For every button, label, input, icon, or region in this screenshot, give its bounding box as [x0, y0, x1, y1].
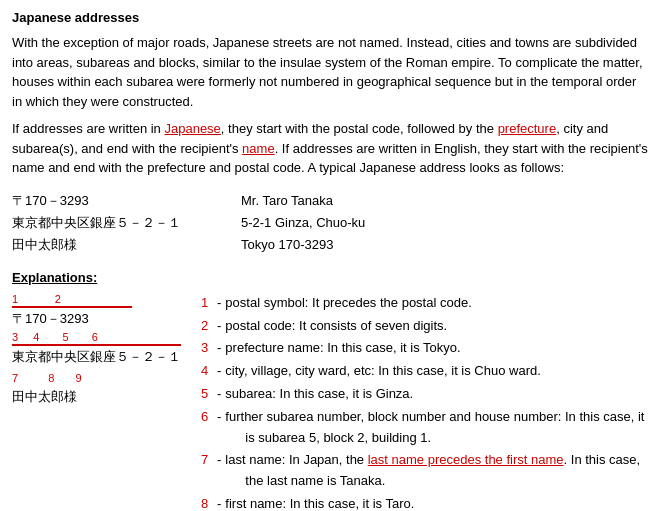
japanese-address: 〒170－3293 東京都中央区銀座５－２－１ 田中太郎様 — [12, 190, 181, 256]
intro-paragraph-1: With the exception of major roads, Japan… — [12, 33, 650, 111]
right-explanations: 1 - postal symbol: It precedes the posta… — [201, 293, 650, 511]
diag-num7: 7 — [12, 372, 24, 384]
english-address: Mr. Taro Tanaka 5-2-1 Ginza, Chuo-ku Tok… — [241, 190, 365, 256]
exp-text-8: first name: In this case, it is Taro. — [225, 494, 650, 511]
exp-text-2: postal code: It consists of seven digits… — [225, 316, 650, 337]
diag-postal-line: 〒170－3293 — [12, 306, 132, 330]
diag-num4: 4 — [33, 331, 39, 343]
exp-dash-8: - — [217, 494, 221, 511]
exp-dash-5: - — [217, 384, 221, 405]
diag-name-text: 田中太郎様 — [12, 389, 77, 404]
diag-nums-row2: 3 4 5 6 — [12, 331, 181, 344]
en-line2: 5-2-1 Ginza, Chuo-ku — [241, 212, 365, 234]
exp-item-1: 1 - postal symbol: It precedes the posta… — [201, 293, 650, 314]
intro2-part2: , they start with the postal code, follo… — [221, 121, 498, 136]
exp-text-7: last name: In Japan, the last name prece… — [225, 450, 650, 492]
diag-addr-line: 東京都中央区銀座５－２－１ — [12, 344, 181, 368]
diag-num5: 5 — [62, 331, 68, 343]
exp-num-3: 3 — [201, 338, 217, 359]
exp-item-3: 3 - prefecture name: In this case, it is… — [201, 338, 650, 359]
exp-num-8: 8 — [201, 494, 217, 511]
last-name-first-name-link[interactable]: last name precedes the first name — [368, 452, 564, 467]
japanese-link-1[interactable]: Japanese — [164, 121, 220, 136]
diag-addr-text: 東京都中央区銀座５－２－１ — [12, 349, 181, 364]
diag-num2: 2 — [55, 293, 61, 305]
exp-text-3: prefecture name: In this case, it is Tok… — [225, 338, 650, 359]
exp-num-6: 6 — [201, 407, 217, 449]
exp-item-6: 6 - further subarea number, block number… — [201, 407, 650, 449]
explanations-label: Explanations: — [12, 270, 650, 285]
diag-nums-row3: 7 8 9 — [12, 372, 181, 385]
diag-name-line: 田中太郎様 — [12, 386, 181, 408]
exp-item-4: 4 - city, village, city ward, etc: In th… — [201, 361, 650, 382]
exp-dash-1: - — [217, 293, 221, 314]
exp-item-5: 5 - subarea: In this case, it is Ginza. — [201, 384, 650, 405]
exp-text-6: further subarea number, block number and… — [225, 407, 650, 449]
diag-num9: 9 — [75, 372, 87, 384]
exp-item-2: 2 - postal code: It consists of seven di… — [201, 316, 650, 337]
diag-num6: 6 — [92, 331, 98, 343]
exp-text-4: city, village, city ward, etc: In this c… — [225, 361, 650, 382]
prefecture-link[interactable]: prefecture — [498, 121, 557, 136]
diag-num3: 3 — [12, 331, 18, 343]
exp-num-2: 2 — [201, 316, 217, 337]
en-line3: Tokyo 170-3293 — [241, 234, 365, 256]
page-title: Japanese addresses — [12, 10, 650, 25]
exp-dash-4: - — [217, 361, 221, 382]
exp-dash-6: - — [217, 407, 221, 449]
exp-text-1: postal symbol: It precedes the postal co… — [225, 293, 650, 314]
intro2-part1: If addresses are written in — [12, 121, 164, 136]
jp-line3: 田中太郎様 — [12, 234, 181, 256]
left-diagram: 1 2 〒170－3293 3 4 5 6 東京都中央区銀座５－２－１ 7 8 … — [12, 293, 181, 511]
diag-num8: 8 — [48, 372, 60, 384]
exp-text-7-cont: the last name is Tanaka. — [245, 471, 650, 492]
en-line1: Mr. Taro Tanaka — [241, 190, 365, 212]
exp-dash-2: - — [217, 316, 221, 337]
exp-text-5: subarea: In this case, it is Ginza. — [225, 384, 650, 405]
exp-item-7: 7 - last name: In Japan, the last name p… — [201, 450, 650, 492]
explanations-grid: 1 2 〒170－3293 3 4 5 6 東京都中央区銀座５－２－１ 7 8 … — [12, 293, 650, 511]
diag-nums-row1: 1 2 — [12, 293, 181, 306]
exp-item-8: 8 - first name: In this case, it is Taro… — [201, 494, 650, 511]
page-container: Japanese addresses With the exception of… — [12, 10, 650, 511]
diag-num1: 1 — [12, 293, 18, 305]
exp-num-4: 4 — [201, 361, 217, 382]
exp-num-5: 5 — [201, 384, 217, 405]
exp-num-1: 1 — [201, 293, 217, 314]
jp-line1: 〒170－3293 — [12, 190, 181, 212]
diag-postal-text: 〒170－3293 — [12, 311, 89, 326]
jp-line2: 東京都中央区銀座５－２－１ — [12, 212, 181, 234]
exp-dash-7: - — [217, 450, 221, 492]
name-link[interactable]: name — [242, 141, 275, 156]
exp-num-7: 7 — [201, 450, 217, 492]
intro-paragraph-2: If addresses are written in Japanese, th… — [12, 119, 650, 178]
exp-dash-3: - — [217, 338, 221, 359]
address-examples: 〒170－3293 東京都中央区銀座５－２－１ 田中太郎様 Mr. Taro T… — [12, 190, 650, 256]
exp-text-6-cont: is subarea 5, block 2, building 1. — [245, 428, 650, 449]
